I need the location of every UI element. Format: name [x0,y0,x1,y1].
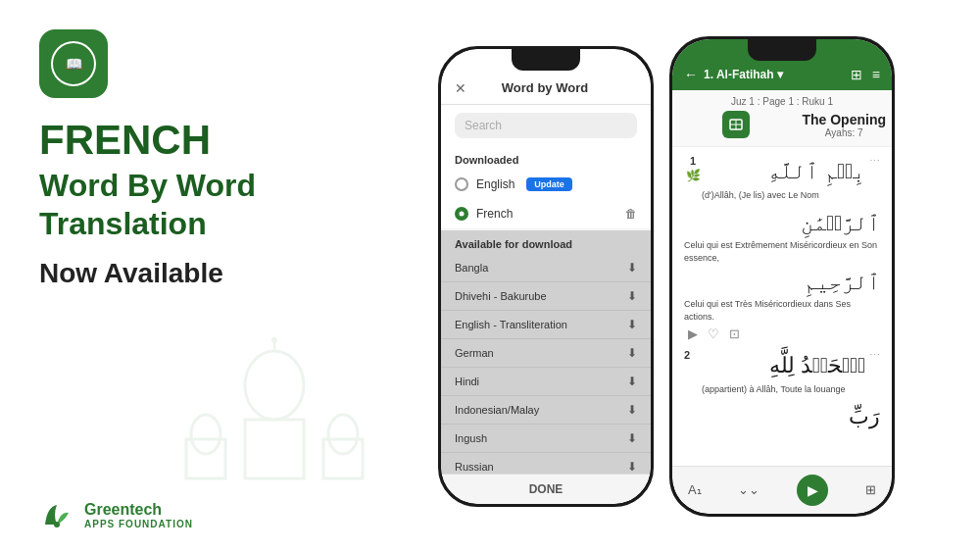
scroll-icon[interactable]: ⌄⌄ [738,482,760,497]
svg-point-10 [54,522,60,527]
p2-header-left: ← 1. Al-Fatihah ▾ [684,67,783,82]
more-icon-1[interactable]: ⋯ [869,155,880,168]
bookmark-bar-icon[interactable]: ⊞ [865,482,876,497]
menu-icon[interactable]: ≡ [872,67,880,82]
headline-wbw: Word By Word Translation [39,167,343,242]
downloaded-label: Downloaded [441,146,651,170]
phone2-screen: ← 1. Al-Fatihah ▾ ⊞ ≡ Juz 1 : Page 1 : R… [672,39,892,514]
more-icon-2[interactable]: ⋯ [869,349,880,362]
surah-name: The Opening [802,112,886,127]
download-icon[interactable]: ⬇ [627,460,637,474]
download-icon[interactable]: ⬇ [627,403,637,417]
download-icon[interactable]: ⬇ [627,261,637,275]
list-item[interactable]: Hindi ⬇ [441,368,651,396]
list-item[interactable]: Bangla ⬇ [441,254,651,282]
svg-point-5 [328,415,358,454]
list-item[interactable]: Russian ⬇ [441,453,651,474]
bookmark-action-icon[interactable]: ♡ [708,326,719,341]
left-section: 📖 FRENCH Word By Word Translation Now Av… [0,0,372,552]
headline: FRENCH Word By Word Translation Now Avai… [39,118,343,289]
list-item[interactable]: German ⬇ [441,339,651,368]
delete-icon[interactable]: 🗑 [625,207,637,221]
arabic-text-2: ٱلۡحَمۡدُ لِلَّهِ [702,349,865,381]
phone1-screen: ✕ Word by Word Search Downloaded English… [441,49,651,504]
list-item[interactable]: English - Transliteration ⬇ [441,311,651,339]
arabic-line-raheem: ٱلرَّحِيمِ Celui qui est Très Miséricord… [684,266,880,323]
ayah-number-1: 1 [690,155,696,167]
branding: Greentech APPS FOUNDATION [39,497,343,532]
arabic-line-rahman: ٱلرَّحۡمَٰنِ Celui qui est Extrêmement M… [684,207,880,264]
p1-search-section: Search [441,105,651,146]
app-icon: 📖 [39,29,108,98]
phone2-frame: ← 1. Al-Fatihah ▾ ⊞ ≡ Juz 1 : Page 1 : R… [669,36,895,517]
p2-bottom-bar: A₁ ⌄⌄ ▶ ⊞ [672,466,892,514]
arabic-line-rabb: رَبِّ [684,400,880,432]
list-item[interactable]: Ingush ⬇ [441,425,651,453]
translation-2: (appartient) à Allâh, Toute la louange [702,383,865,396]
english-lang-item[interactable]: English Update [441,170,651,199]
p2-header: ← 1. Al-Fatihah ▾ ⊞ ≡ [672,39,892,90]
surah-icon [722,111,750,138]
share-action-icon[interactable]: ⊡ [729,326,740,341]
p1-header: ✕ Word by Word [441,49,651,105]
close-icon[interactable]: ✕ [455,80,466,96]
p2-header-icons: ⊞ ≡ [851,67,880,82]
ayah-actions: ▶ ♡ ⊡ [684,326,880,341]
list-item[interactable]: Dhivehi - Bakurube ⬇ [441,282,651,311]
play-button[interactable]: ▶ [797,475,828,506]
svg-rect-1 [245,420,304,478]
play-action-icon[interactable]: ▶ [688,326,698,341]
french-lang-item[interactable]: French 🗑 [441,199,651,228]
english-radio[interactable] [455,177,468,191]
mosque-watermark [176,336,372,493]
bookmark-icon[interactable]: ⊞ [851,67,862,82]
arabic-text-1: بِسۡمِ ٱللَّهِ [702,155,865,187]
svg-point-0 [245,351,304,420]
ayahs-count: Ayahs: 7 [802,127,886,138]
translation-raheem: Celui qui est Très Miséricordieux dans S… [684,298,880,323]
phone1-frame: ✕ Word by Word Search Downloaded English… [438,46,654,507]
phones-section: ✕ Word by Word Search Downloaded English… [372,0,980,552]
update-button[interactable]: Update [526,177,572,191]
svg-text:📖: 📖 [66,56,83,73]
headline-french: FRENCH [39,118,343,163]
french-label: French [476,207,513,221]
svg-point-3 [191,415,220,454]
p1-title: Word by Word [502,80,588,95]
download-icon[interactable]: ⬇ [627,318,637,331]
list-item[interactable]: Indonesian/Malay ⬇ [441,396,651,425]
now-available-text: Now Available [39,258,343,289]
available-section: Available for download Bangla ⬇ Dhivehi … [441,230,651,474]
ayah-2: 2 ٱلۡحَمۡدُ لِلَّهِ (appartient) à Allâh… [684,349,880,396]
translation-1: (d')Allâh, (Je lis) avec Le Nom [702,189,865,202]
back-arrow-icon[interactable]: ← [684,67,698,82]
svg-point-7 [271,337,277,343]
download-icon[interactable]: ⬇ [627,431,637,445]
juz-info: Juz 1 : Page 1 : Ruku 1 [678,96,886,107]
english-label: English [476,177,514,191]
surah-title: 1. Al-Fatihah ▾ [704,68,783,81]
branding-text: Greentech APPS FOUNDATION [84,501,193,529]
translation-rahman: Celui qui est Extrêmement Miséricordieux… [684,239,880,264]
p2-meta: Juz 1 : Page 1 : Ruku 1 The Opening Ayah… [672,90,892,147]
download-icon[interactable]: ⬇ [627,289,637,303]
downloaded-section: Downloaded English Update French 🗑 [441,146,651,228]
french-radio[interactable] [455,207,468,221]
ayah-number-2: 2 [684,349,702,361]
ayah-1: 1 🌿 بِسۡمِ ٱللَّهِ (d')Allâh, (Je lis) a… [684,155,880,202]
font-size-icon[interactable]: A₁ [688,482,702,497]
done-button[interactable]: DONE [441,474,651,504]
download-icon[interactable]: ⬇ [627,346,637,360]
available-label: Available for download [441,230,651,254]
search-input[interactable]: Search [455,113,637,138]
greentech-logo [39,497,74,532]
p2-content: 1 🌿 بِسۡمِ ٱللَّهِ (d')Allâh, (Je lis) a… [672,147,892,466]
leaf-icon: 🌿 [686,169,701,182]
download-icon[interactable]: ⬇ [627,375,637,388]
